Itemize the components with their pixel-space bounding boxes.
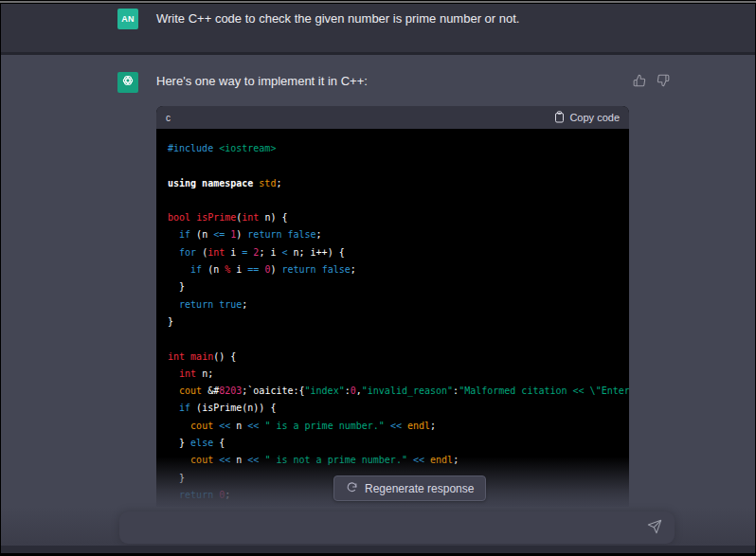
code-line xyxy=(168,331,618,348)
openai-logo-icon xyxy=(120,73,135,92)
copy-code-label: Copy code xyxy=(569,112,620,123)
message-input[interactable] xyxy=(119,521,647,535)
code-line: int main() { xyxy=(168,349,618,366)
code-block: c Copy code #include <iostream> using na… xyxy=(156,106,629,507)
user-avatar: AN xyxy=(117,9,138,29)
code-line: bool isPrime(int n) { xyxy=(168,209,618,226)
code-line: cout << n << " is a prime number." << en… xyxy=(168,418,618,435)
code-language-label: c xyxy=(166,113,171,123)
code-line: using namespace std; xyxy=(168,175,618,192)
send-button[interactable] xyxy=(647,519,675,537)
thumbs-up-button[interactable] xyxy=(633,74,646,90)
code-line: if (n % i == 0) return false; xyxy=(168,261,618,278)
window-frame-highlight xyxy=(0,1,756,3)
user-message-text: Write C++ code to check the given number… xyxy=(156,9,649,29)
code-block-header: c Copy code xyxy=(156,106,629,129)
code-line: if (n <= 1) return false; xyxy=(168,226,618,243)
code-line: return true; xyxy=(168,296,618,314)
assistant-intro-text: Here's one way to implement it in C++: xyxy=(156,71,592,92)
code-line: cout &#8203;`oaicite:{"index":0,"invalid… xyxy=(168,383,618,400)
row-separator xyxy=(1,52,755,55)
code-line xyxy=(168,192,618,209)
copy-code-button[interactable]: Copy code xyxy=(554,111,620,125)
regenerate-response-label: Regenerate response xyxy=(365,482,474,495)
code-line xyxy=(168,157,618,174)
composer xyxy=(119,511,675,544)
regenerate-response-button[interactable]: Regenerate response xyxy=(333,475,486,501)
clipboard-icon xyxy=(554,111,565,125)
assistant-avatar xyxy=(117,72,138,93)
code-line: int n; xyxy=(168,366,618,383)
code-line: if (isPrime(n)) { xyxy=(168,400,618,417)
code-line: #include <iostream> xyxy=(168,140,618,157)
code-line: cout << n << " is not a prime number." <… xyxy=(168,452,618,469)
feedback-buttons xyxy=(633,74,670,90)
thumbs-up-icon xyxy=(633,74,646,90)
code-line: } xyxy=(168,278,618,296)
bottom-strip xyxy=(1,546,755,553)
user-message-row: AN Write C++ code to check the given num… xyxy=(1,4,755,52)
chat-window: AN Write C++ code to check the given num… xyxy=(1,4,755,553)
thumbs-down-button[interactable] xyxy=(657,74,670,90)
code-line: for (int i = 2; i < n; i++) { xyxy=(168,244,618,261)
code-line: } xyxy=(168,314,618,331)
paper-plane-icon xyxy=(647,519,662,537)
code-line: } else { xyxy=(168,435,618,452)
code-content: #include <iostream> using namespace std;… xyxy=(156,129,629,507)
thumbs-down-icon xyxy=(657,74,670,90)
refresh-icon xyxy=(346,481,358,496)
user-avatar-initials: AN xyxy=(121,14,135,24)
